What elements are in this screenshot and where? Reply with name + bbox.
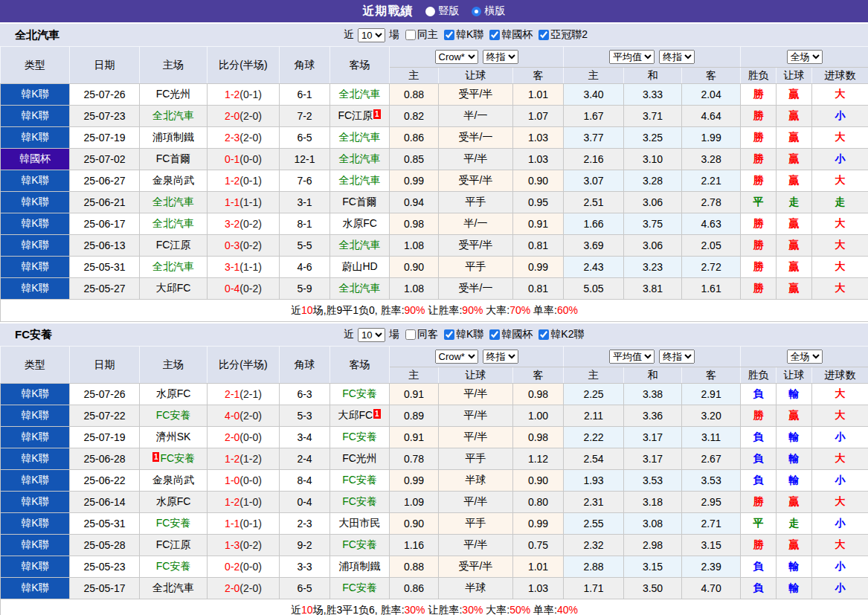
europe-odds-cell: 3.81 (624, 278, 682, 300)
summary-segment: 10 (301, 604, 313, 615)
radio-label: 豎版 (439, 4, 460, 18)
result-cell: 小 (812, 578, 868, 599)
odds-company-select[interactable]: Crow* (435, 50, 478, 64)
score-cell: 2-1(2-1) (208, 384, 280, 405)
match-scope-select[interactable]: 全场 (787, 50, 823, 64)
league-filter-checkbox[interactable] (489, 329, 500, 340)
home-team-name: 濟州SK (156, 431, 191, 442)
europe-stage-select[interactable]: 终指 (659, 350, 695, 364)
away-team-name: FC安養 (342, 582, 377, 593)
result-cell: 勝 (741, 106, 777, 127)
full-time-score: 0-1 (225, 153, 239, 165)
europe-odds-cell: 2.67 (682, 448, 741, 470)
match-row: 韓K聯25-05-31FC安養1-1(0-1)2-3大田市民0.90平手0.99… (1, 513, 868, 535)
summary-segment: 30% (462, 604, 483, 615)
score-cell: 1-1(0-1) (208, 513, 280, 535)
column-header: 日期 (70, 347, 140, 384)
date-cell: 25-06-14 (70, 492, 140, 513)
europe-odds-cell: 3.36 (624, 405, 682, 427)
league-filter-checkbox[interactable] (444, 329, 454, 340)
result-cell: 贏 (777, 106, 812, 127)
date-cell: 25-07-19 (70, 427, 140, 448)
result-cell: 平 (741, 513, 777, 535)
handicap-odds-cell: 1.12 (513, 448, 564, 470)
match-scope-select[interactable]: 全场 (787, 350, 823, 364)
games-count-select[interactable]: 10 (358, 28, 385, 42)
half-time-score: (0-2) (239, 283, 262, 294)
away-team-cell: FC安養 (330, 492, 390, 513)
horizontal-layout-radio[interactable]: 橫版 (472, 4, 506, 18)
europe-odds-cell: 2.78 (682, 192, 741, 213)
handicap-odds-cell: 受平/半 (439, 170, 513, 192)
radio-icon[interactable] (472, 7, 481, 16)
handicap-stage-select[interactable]: 终指 (483, 50, 518, 64)
average-type-select[interactable]: 平均值 (609, 350, 655, 364)
half-time-score: (1-2) (239, 453, 262, 465)
games-count-select[interactable]: 10 (358, 328, 385, 342)
handicap-odds-cell: 0.81 (513, 235, 564, 257)
handicap-odds-cell: 0.90 (513, 170, 564, 192)
odds-group-header: Crow*终指 (390, 347, 564, 367)
score-cell: 1-2(0-1) (208, 84, 280, 106)
half-time-score: (1-1) (239, 261, 262, 273)
league-cell: 韓K聯 (1, 578, 70, 599)
sub-column-header: 进球数 (812, 367, 868, 384)
score-cell: 3-2(0-2) (208, 213, 280, 235)
same-venue-checkbox[interactable] (405, 30, 416, 40)
result-cell: 大 (812, 535, 868, 556)
corner-cell: 3-4 (280, 427, 330, 448)
europe-odds-cell: 2.05 (682, 235, 741, 257)
score-cell: 2-3(2-0) (208, 127, 280, 149)
result-cell: 贏 (777, 84, 812, 106)
europe-odds-cell: 2.91 (682, 384, 741, 405)
half-time-score: (2-0) (239, 132, 262, 144)
same-venue-checkbox[interactable] (405, 329, 416, 340)
league-filter-checkbox[interactable] (489, 30, 500, 40)
home-team-name: 水原FC (156, 495, 191, 507)
radio-icon[interactable] (425, 7, 435, 16)
away-team-cell: 全北汽車 (330, 149, 390, 170)
home-team-name: FC安養 (156, 409, 191, 421)
league-filter-checkbox[interactable] (539, 30, 549, 40)
away-team-cell: 全北汽車 (330, 127, 390, 149)
date-cell: 25-07-26 (70, 384, 140, 405)
sub-column-header: 让球 (439, 367, 513, 384)
layout-radio-group: 豎版橫版 (425, 4, 506, 18)
europe-stage-select[interactable]: 终指 (659, 50, 695, 64)
average-type-select[interactable]: 平均值 (609, 50, 655, 64)
summary-row: 近10场,胜9平1负0, 胜率:90% 让胜率:90% 大率:70% 单率:60… (1, 300, 868, 322)
score-cell: 2-0(2-0) (208, 578, 280, 599)
league-filter-checkbox[interactable] (444, 30, 454, 40)
handicap-odds-cell: 0.89 (390, 405, 439, 427)
home-team-name: 大邱FC (156, 282, 191, 294)
date-cell: 25-07-22 (70, 405, 140, 427)
home-team-name: FC安養 (156, 517, 191, 529)
result-cell: 大 (812, 257, 868, 278)
league-filter-checkbox[interactable] (539, 329, 549, 340)
full-time-score: 1-1 (225, 196, 239, 208)
corner-cell: 9-2 (280, 535, 330, 556)
result-cell: 勝 (741, 170, 777, 192)
filter-controls: 近10場同主韓K聯韓國杯亞冠聯2 (344, 24, 588, 46)
away-team-cell: 蔚山HD (330, 257, 390, 278)
europe-odds-cell: 2.72 (682, 257, 741, 278)
score-cell: 1-3(0-2) (208, 535, 280, 556)
result-cell: 贏 (777, 492, 812, 513)
handicap-odds-cell: 受半/一 (439, 127, 513, 149)
away-team-cell: 大田市民 (330, 513, 390, 535)
score-cell: 2-0(2-0) (208, 106, 280, 127)
europe-odds-cell: 2.04 (682, 84, 741, 106)
handicap-odds-cell: 平/半 (439, 535, 513, 556)
home-team-cell: 全北汽車 (140, 213, 208, 235)
result-cell: 大 (812, 213, 868, 235)
handicap-stage-select[interactable]: 终指 (483, 350, 518, 364)
match-row: 韓K聯25-06-27金泉尚武1-2(0-1)7-6全北汽車0.99受平/半0.… (1, 170, 868, 192)
half-time-score: (1-1) (239, 196, 262, 208)
europe-odds-cell: 2.32 (564, 535, 624, 556)
europe-odds-cell: 3.69 (564, 235, 624, 257)
corner-cell: 8-1 (280, 213, 330, 235)
europe-odds-cell: 2.21 (682, 170, 741, 192)
league-cell: 韓K聯 (1, 127, 70, 149)
vertical-layout-radio[interactable]: 豎版 (425, 4, 460, 18)
odds-company-select[interactable]: Crow* (435, 350, 478, 364)
